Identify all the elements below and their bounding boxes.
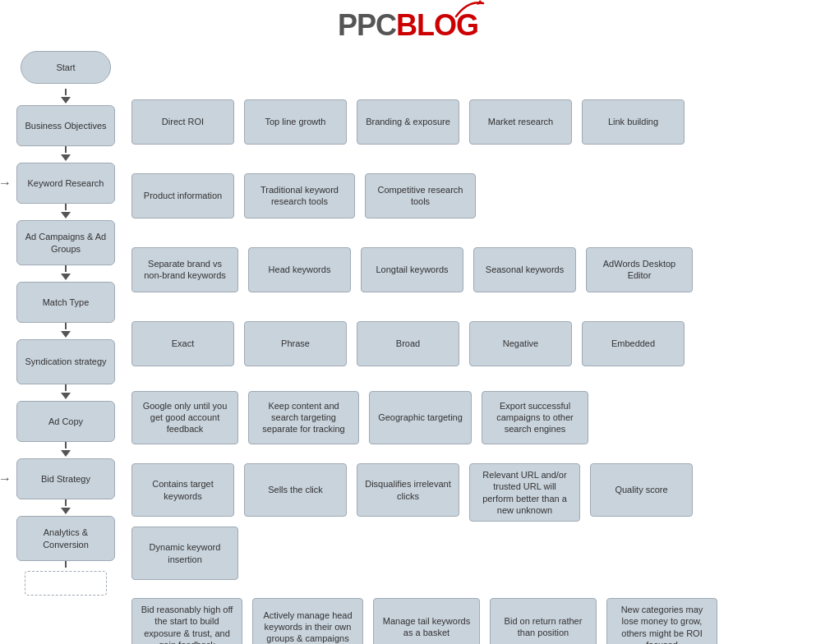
content-box-contains-target: Contains target keywords <box>131 463 234 517</box>
connector-ac-to-mt <box>61 265 71 282</box>
content-box-quality-score: Quality score <box>590 463 693 517</box>
content-box-actively-manage: Actively manage head keywords in their o… <box>252 598 363 644</box>
left-arrow-bid-strategy-icon: → <box>0 472 12 486</box>
flow-row-keyword-research: → Keyword Research <box>16 163 115 204</box>
spacer-2 <box>131 230 808 242</box>
row-keyword-research: Product information Traditional keyword … <box>131 168 808 223</box>
content-box-broad: Broad <box>357 321 459 366</box>
connector-mt-to-ss <box>61 323 71 339</box>
start-box: Start <box>21 51 111 84</box>
left-arrow-keyword-research-icon: → <box>0 176 12 191</box>
flow-box-analytics: Analytics & Conversion <box>16 516 115 561</box>
content-box-top-line-growth: Top line growth <box>244 99 347 145</box>
connector-ss-to-adcopy <box>61 384 71 401</box>
content-box-direct-roi: Direct ROI <box>131 99 234 145</box>
content-box-product-information: Product information <box>131 173 234 218</box>
logo-ppc-text: PPC <box>338 8 396 43</box>
content-box-negative: Negative <box>469 321 572 366</box>
content-box-new-categories: New categories may lose money to grow, o… <box>606 598 717 644</box>
spacer-1 <box>131 156 808 168</box>
connector-analytics-bottom <box>65 561 67 568</box>
connector-kr-to-ac <box>61 204 71 220</box>
content-box-embedded: Embedded <box>582 321 685 366</box>
content-box-branding-exposure: Branding & exposure <box>357 99 459 145</box>
logo-swoosh-icon <box>452 0 485 18</box>
flow-box-bid-strategy: Bid Strategy <box>16 458 115 499</box>
connector-start-to-objectives <box>61 89 71 105</box>
flow-box-business-objectives: Business Objectives <box>16 105 115 146</box>
content-box-head-keywords: Head keywords <box>248 247 351 292</box>
row-syndication: Google only until you get good account f… <box>131 389 808 445</box>
content-box-disqualifies: Disqualifies irrelevant clicks <box>357 463 459 517</box>
content-box-manage-tail: Manage tail keywords as a basket <box>373 598 480 644</box>
spacer-start <box>131 51 808 94</box>
flow-row-bid-strategy: → Bid Strategy <box>16 458 115 499</box>
dashed-continuation-box <box>25 571 107 596</box>
content-box-sells-click: Sells the click <box>244 463 347 517</box>
content-box-traditional-keyword: Traditional keyword research tools <box>244 173 355 218</box>
content-box-seasonal-keywords: Seasonal keywords <box>473 247 576 292</box>
spacer-6 <box>131 586 808 598</box>
content-box-link-building: Link building <box>582 99 685 145</box>
content-area: Direct ROI Top line growth Branding & ex… <box>131 51 808 644</box>
page-header: PPC BLOG <box>0 0 816 47</box>
main-container: Start Business Objectives → Keyword Rese… <box>0 47 816 644</box>
spacer-3 <box>131 304 808 315</box>
content-box-export-campaigns: Export successful campaigns to other sea… <box>482 391 588 444</box>
content-box-phrase: Phrase <box>244 321 347 366</box>
flow-box-ad-copy: Ad Copy <box>16 401 115 442</box>
content-box-competitive-research: Competitive research tools <box>365 173 476 218</box>
content-box-market-research: Market research <box>469 99 572 145</box>
logo: PPC BLOG <box>338 8 478 43</box>
flow-column: Start Business Objectives → Keyword Rese… <box>8 51 123 644</box>
content-box-bid-reasonably: Bid reasonably high off the start to bui… <box>131 598 242 644</box>
content-box-separate-brand: Separate brand vs non-brand keywords <box>131 247 238 292</box>
flow-box-syndication: Syndication strategy <box>16 339 115 384</box>
connector-bid-to-analytics <box>61 499 71 516</box>
content-box-longtail-keywords: Longtail keywords <box>361 247 463 292</box>
flow-box-ad-campaigns: Ad Campaigns & Ad Groups <box>16 220 115 265</box>
content-box-dynamic-keyword: Dynamic keyword insertion <box>131 527 238 580</box>
content-box-adwords-desktop: AdWords Desktop Editor <box>586 247 693 292</box>
content-box-geographic: Geographic targeting <box>369 391 472 444</box>
connector-adcopy-to-bid <box>61 442 71 458</box>
content-box-exact: Exact <box>131 321 234 366</box>
flow-box-keyword-research: Keyword Research <box>16 163 115 204</box>
row-match-type: Exact Phrase Broad Negative Embedded <box>131 315 808 371</box>
row-ad-campaigns: Separate brand vs non-brand keywords Hea… <box>131 242 808 297</box>
flow-box-match-type: Match Type <box>16 282 115 323</box>
content-box-google-only: Google only until you get good account f… <box>131 391 238 444</box>
content-box-keep-content: Keep content and search targeting separa… <box>248 391 359 444</box>
spacer-5 <box>131 452 808 463</box>
row-business-objectives: Direct ROI Top line growth Branding & ex… <box>131 94 808 150</box>
row-bid-strategy: Bid reasonably high off the start to bui… <box>131 598 808 644</box>
row-ad-copy: Contains target keywords Sells the click… <box>131 463 808 580</box>
connector-bo-to-kr <box>61 146 71 163</box>
spacer-4 <box>131 378 808 389</box>
content-box-relevant-url: Relevant URL and/or trusted URL will per… <box>469 463 580 522</box>
content-box-bid-on-return: Bid on return rather than position <box>490 598 597 644</box>
